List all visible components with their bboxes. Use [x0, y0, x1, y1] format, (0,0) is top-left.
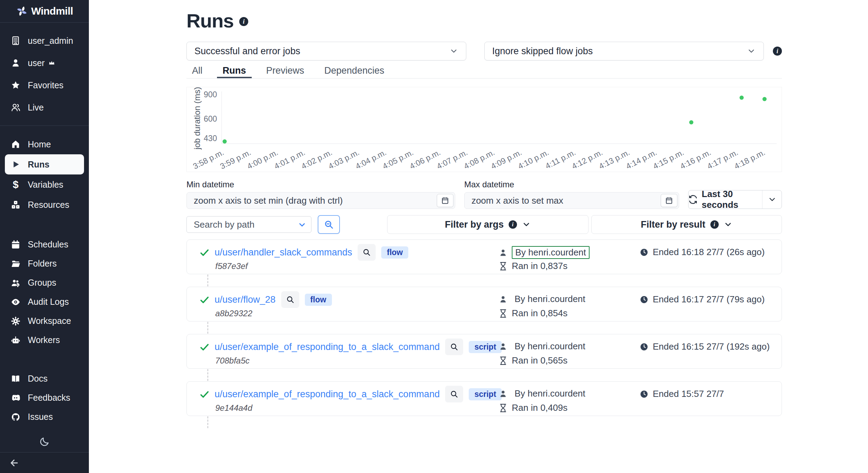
max-datetime-calendar-button[interactable] — [661, 194, 677, 207]
job-kind-tabs: All Runs Previews Dependencies — [186, 63, 782, 79]
run-by: By henri.courdent — [499, 341, 588, 352]
run-by-text: By henri.courdent — [512, 246, 590, 259]
chart-y-axis-label: job duration (ms) — [192, 89, 202, 147]
windmill-logo[interactable]: Windmill — [0, 0, 89, 22]
run-by: By henri.courdent — [499, 388, 588, 399]
run-inspect-button[interactable] — [281, 291, 299, 308]
sidebar-item-schedules[interactable]: Schedules — [0, 235, 89, 254]
crown-icon — [48, 59, 55, 66]
run-row[interactable]: u/user/example_of_responding_to_a_slack_… — [186, 334, 782, 369]
chevron-down-icon[interactable] — [298, 220, 307, 229]
success-check-icon — [199, 247, 210, 258]
sidebar-item-variables[interactable]: $ Variables — [0, 174, 89, 195]
sidebar-item-live[interactable]: Live — [0, 96, 89, 119]
run-inspect-button[interactable] — [445, 386, 463, 402]
run-hash: 9e144a4d — [215, 403, 252, 413]
skipped-flows-info-icon[interactable] — [773, 47, 782, 56]
dollar-icon: $ — [10, 179, 21, 190]
skipped-flows-select[interactable]: Ignore skipped flow jobs — [484, 42, 764, 60]
run-path-link[interactable]: u/user/example_of_responding_to_a_slack_… — [215, 389, 440, 400]
job-status-select[interactable]: Successful and error jobs — [186, 42, 466, 60]
success-check-icon — [199, 295, 210, 305]
min-datetime-input[interactable] — [186, 192, 455, 209]
y-axis-tick-label: 430 — [204, 134, 217, 143]
run-item: u/user/handler_slack_commands flow f587e… — [186, 239, 782, 286]
hourglass-icon — [499, 309, 508, 318]
run-inspect-button[interactable] — [445, 339, 463, 355]
tab-all[interactable]: All — [186, 63, 208, 78]
run-hash: a8b29322 — [215, 309, 252, 318]
hourglass-icon — [499, 403, 508, 413]
chart-plot-area[interactable]: 9006004303:58 p.m.3:59 p.m.4:00 p.m.4:01… — [222, 91, 777, 144]
sidebar-item-label: Live — [28, 103, 44, 113]
tab-runs[interactable]: Runs — [217, 63, 252, 78]
hourglass-icon — [499, 356, 508, 365]
scatter-data-point[interactable] — [740, 96, 744, 100]
sidebar-item-label: Groups — [28, 278, 56, 288]
run-duration: Ran in 0,837s — [499, 261, 567, 271]
runs-info-icon[interactable] — [239, 17, 248, 26]
run-connector-dashes — [207, 416, 208, 428]
sidebar-item-runs[interactable]: Runs — [5, 154, 84, 174]
y-axis-tick-label: 900 — [204, 90, 217, 99]
run-row[interactable]: u/user/handler_slack_commands flow f587e… — [186, 239, 782, 274]
min-datetime-calendar-button[interactable] — [437, 194, 453, 207]
sidebar-item-workspace[interactable]: Workspace — [0, 311, 89, 331]
sidebar-item-folders[interactable]: Folders — [0, 254, 89, 273]
run-duration-text: Ran in 0,409s — [512, 402, 567, 413]
sidebar-item-label: Runs — [28, 160, 50, 170]
search-button[interactable] — [318, 215, 340, 234]
run-inspect-button[interactable] — [358, 244, 376, 261]
filter-result-info-icon — [710, 220, 719, 229]
dark-mode-toggle[interactable] — [39, 437, 50, 447]
run-connector-dashes — [207, 369, 208, 381]
sidebar-item-label: Workspace — [28, 316, 71, 326]
scatter-data-point[interactable] — [762, 97, 767, 101]
sidebar-item-groups[interactable]: Groups — [0, 273, 89, 292]
sidebar-item-resources[interactable]: Resources — [0, 195, 89, 215]
filter-by-result-button[interactable]: Filter by result — [591, 215, 782, 234]
sidebar-item-workers[interactable]: Workers — [0, 331, 89, 350]
groups-icon — [10, 278, 21, 288]
sidebar-item-favorites[interactable]: Favorites — [0, 74, 89, 96]
success-check-icon — [199, 342, 210, 352]
skipped-flows-select-value: Ignore skipped flow jobs — [492, 46, 593, 57]
timeframe-dropdown-button[interactable] — [762, 190, 782, 209]
sidebar-item-label: Workers — [28, 335, 60, 345]
sidebar-item-issues[interactable]: Issues — [0, 407, 89, 426]
timeframe-split-button[interactable]: Last 30 seconds — [688, 190, 782, 209]
tab-dependencies[interactable]: Dependencies — [319, 63, 390, 78]
run-row[interactable]: u/user/example_of_responding_to_a_slack_… — [186, 381, 782, 416]
run-by-text: By henri.courdent — [512, 341, 588, 352]
search-path-input[interactable] — [186, 216, 311, 233]
run-row[interactable]: u/user/flow_28 flow a8b29322 By henri.co… — [186, 287, 782, 321]
sidebar-item-docs[interactable]: Docs — [0, 369, 89, 388]
timeframe-refresh-button[interactable]: Last 30 seconds — [688, 190, 762, 209]
collapse-sidebar-button[interactable] — [9, 458, 19, 468]
run-path-link[interactable]: u/user/example_of_responding_to_a_slack_… — [215, 342, 440, 352]
scatter-data-point[interactable] — [689, 120, 693, 124]
sidebar-item-user-admin[interactable]: user_admin — [0, 30, 89, 52]
run-ended: Ended 16:18 27/7 (26s ago) — [640, 247, 765, 258]
building-icon — [10, 36, 21, 46]
filter-by-args-button[interactable]: Filter by args — [387, 215, 589, 234]
run-path-link[interactable]: u/user/flow_28 — [215, 294, 276, 305]
run-by: By henri.courdent — [499, 246, 590, 259]
sidebar-item-feedbacks[interactable]: Feedbacks — [0, 388, 89, 407]
magnifier-icon — [362, 248, 371, 257]
chevron-down-icon — [724, 220, 733, 229]
run-path-link[interactable]: u/user/handler_slack_commands — [215, 247, 352, 258]
sidebar-item-audit-logs[interactable]: Audit Logs — [0, 292, 89, 311]
sidebar-item-label: Favorites — [28, 80, 64, 90]
max-datetime-input[interactable] — [464, 192, 679, 209]
run-ended: Ended 16:15 27/7 (192s ago) — [640, 341, 770, 352]
sidebar-item-label: Feedbacks — [28, 393, 70, 403]
windmill-pinwheel-icon — [16, 5, 28, 17]
sidebar-main-nav: Home Runs $ Variables Resources — [0, 126, 89, 215]
clock-icon — [640, 248, 649, 257]
sidebar-item-user[interactable]: user — [0, 52, 89, 74]
sidebar-item-home[interactable]: Home — [0, 134, 89, 154]
clock-icon — [640, 342, 649, 351]
scatter-data-point[interactable] — [223, 139, 227, 144]
tab-previews[interactable]: Previews — [261, 63, 310, 78]
